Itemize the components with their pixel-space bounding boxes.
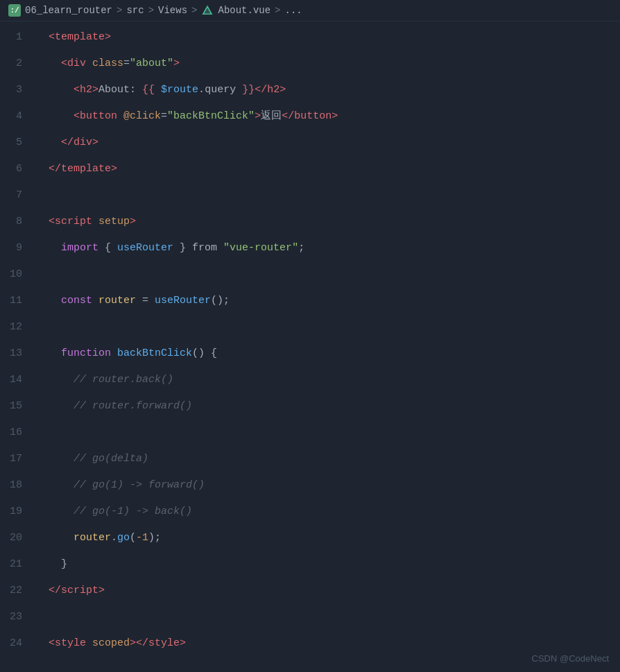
code-line: 18 // go(1) -> forward() [0, 472, 620, 499]
code-line: 10 [0, 261, 620, 288]
line-number: 8 [0, 209, 36, 235]
line-number: 1 [0, 24, 36, 51]
line-number: 16 [0, 420, 36, 446]
line-number: 19 [0, 499, 36, 525]
line-content: function backBtnClick() { [36, 341, 620, 367]
line-number: 3 [0, 77, 36, 103]
line-number: 9 [0, 235, 36, 261]
line-number: 17 [0, 446, 36, 472]
code-line: 20 router.go(-1); [0, 525, 620, 551]
breadcrumb-src: src [126, 5, 144, 16]
line-number: 13 [0, 341, 36, 367]
line-number: 18 [0, 472, 36, 499]
breadcrumb-sep-2: > [148, 5, 154, 16]
watermark: CSDN @CodeNect [532, 653, 609, 664]
code-line: 9 import { useRouter } from "vue-router"… [0, 235, 620, 261]
line-number: 11 [0, 288, 36, 314]
line-number: 23 [0, 604, 36, 630]
code-editor: 1 <template>2 <div class="about">3 <h2>A… [0, 21, 620, 660]
line-number: 5 [0, 130, 36, 156]
code-line: 6 </template> [0, 156, 620, 182]
line-content: } [36, 551, 620, 578]
code-line: 11 const router = useRouter(); [0, 288, 620, 314]
line-content: // go(delta) [36, 446, 620, 472]
line-number: 21 [0, 551, 36, 578]
code-line: 16 [0, 420, 620, 446]
line-content: // router.back() [36, 367, 620, 393]
line-number: 4 [0, 103, 36, 130]
breadcrumb-sep-4: > [275, 5, 280, 16]
line-content [36, 604, 620, 630]
line-number: 2 [0, 51, 36, 77]
code-line: 24 <style scoped></style> [0, 630, 620, 657]
line-content: <script setup> [36, 209, 620, 235]
line-number: 14 [0, 367, 36, 393]
breadcrumb-file: About.vue [218, 5, 270, 16]
line-content: // router.forward() [36, 393, 620, 420]
code-line: 13 function backBtnClick() { [0, 341, 620, 367]
line-content [36, 261, 620, 288]
code-line: 1 <template> [0, 24, 620, 51]
code-line: 12 [0, 314, 620, 341]
line-number: 20 [0, 525, 36, 551]
line-number: 6 [0, 156, 36, 182]
line-number: 7 [0, 182, 36, 209]
line-content: </div> [36, 130, 620, 156]
code-line: 14 // router.back() [0, 367, 620, 393]
line-number: 22 [0, 578, 36, 604]
code-line: 8 <script setup> [0, 209, 620, 235]
line-content: <h2>About: {{ $route.query }}</h2> [36, 77, 620, 103]
breadcrumb-views: Views [158, 5, 187, 16]
line-content: <button @click="backBtnClick">返回</button… [36, 103, 620, 130]
code-line: 2 <div class="about"> [0, 51, 620, 77]
line-number: 15 [0, 393, 36, 420]
code-line: 22 </script> [0, 578, 620, 604]
line-content: import { useRouter } from "vue-router"; [36, 235, 620, 261]
line-content: const router = useRouter(); [36, 288, 620, 314]
code-line: 3 <h2>About: {{ $route.query }}</h2> [0, 77, 620, 103]
code-line: 23 [0, 604, 620, 630]
breadcrumb-sep-3: > [191, 5, 197, 16]
code-line: 19 // go(-1) -> back() [0, 499, 620, 525]
line-content: // go(-1) -> back() [36, 499, 620, 525]
breadcrumb-ellipsis: ... [285, 5, 302, 16]
line-content [36, 420, 620, 446]
line-content: </script> [36, 578, 620, 604]
code-line: 5 </div> [0, 130, 620, 156]
line-content [36, 314, 620, 341]
code-line: 17 // go(delta) [0, 446, 620, 472]
line-number: 12 [0, 314, 36, 341]
line-number: 24 [0, 630, 36, 657]
code-line: 7 [0, 182, 620, 209]
breadcrumb: :/ 06_learn_router > src > Views > About… [0, 0, 620, 21]
line-content [36, 182, 620, 209]
breadcrumb-sep-1: > [117, 5, 122, 16]
line-content: </template> [36, 156, 620, 182]
line-content: router.go(-1); [36, 525, 620, 551]
breadcrumb-project: 06_learn_router [25, 5, 112, 16]
line-number: 10 [0, 261, 36, 288]
code-line: 4 <button @click="backBtnClick">返回</butt… [0, 103, 620, 130]
line-content: <template> [36, 24, 620, 51]
folder-icon: :/ [8, 4, 21, 17]
line-content: <div class="about"> [36, 51, 620, 77]
line-content: // go(1) -> forward() [36, 472, 620, 499]
code-line: 15 // router.forward() [0, 393, 620, 420]
code-line: 21 } [0, 551, 620, 578]
vue-icon [201, 4, 214, 17]
